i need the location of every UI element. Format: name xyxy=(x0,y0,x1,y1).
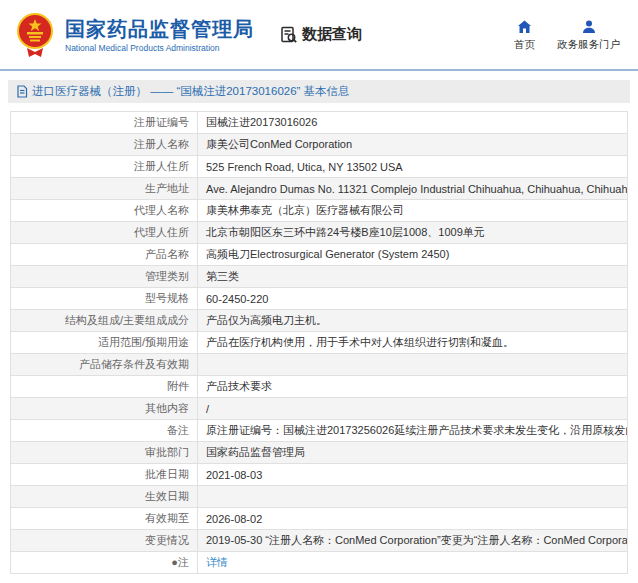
detail-link[interactable]: 详情 xyxy=(206,556,228,568)
row-value: / xyxy=(198,398,628,420)
table-row: ●注详情 xyxy=(11,552,628,574)
table-row: 有效期至2026-08-02 xyxy=(11,508,628,530)
row-value: 国家药品监督管理局 xyxy=(198,442,628,464)
table-row: 变更情况2019-05-30 “注册人名称：ConMed Corporation… xyxy=(11,530,628,552)
table-row: 结构及组成/主要组成成分产品仅为高频电刀主机。 xyxy=(11,310,628,332)
table-row: 注册人住所525 French Road, Utica, NY 13502 US… xyxy=(11,156,628,178)
table-row: 代理人住所北京市朝阳区东三环中路24号楼B座10层1008、1009单元 xyxy=(11,222,628,244)
row-value: 详情 xyxy=(198,552,628,574)
row-value: 康美公司ConMed Corporation xyxy=(198,134,628,156)
nav-data-query[interactable]: 数据查询 xyxy=(280,25,362,44)
row-value: 北京市朝阳区东三环中路24号楼B座10层1008、1009单元 xyxy=(198,222,628,244)
nav-home-label: 首页 xyxy=(514,38,535,52)
row-value: 产品技术要求 xyxy=(198,376,628,398)
agency-subtitle: National Medical Products Administration xyxy=(65,43,254,53)
row-label: 注册证编号 xyxy=(11,112,198,134)
row-label: 审批部门 xyxy=(11,442,198,464)
breadcrumb-text: 进口医疗器械（注册） —— “国械注进20173016026” 基本信息 xyxy=(32,84,350,99)
table-row: 批准日期2021-08-03 xyxy=(11,464,628,486)
row-value: 高频电刀Electrosurgical Generator (System 24… xyxy=(198,244,628,266)
row-value: 2026-08-02 xyxy=(198,508,628,530)
table-row: 其他内容/ xyxy=(11,398,628,420)
row-value: 2019-05-30 “注册人名称：ConMed Corporation”变更为… xyxy=(198,530,628,552)
nav-gov-portal-label: 政务服务门户 xyxy=(557,38,620,52)
row-value: 产品在医疗机构使用，用于手术中对人体组织进行切割和凝血。 xyxy=(198,332,628,354)
site-header: 国家药品监督管理局 National Medical Products Admi… xyxy=(0,0,638,71)
table-row: 注册人名称康美公司ConMed Corporation xyxy=(11,134,628,156)
brand-text: 国家药品监督管理局 National Medical Products Admi… xyxy=(65,17,254,53)
table-row: 附件产品技术要求 xyxy=(11,376,628,398)
row-label: 其他内容 xyxy=(11,398,198,420)
row-label: 有效期至 xyxy=(11,508,198,530)
table-row: 适用范围/预期用途产品在医疗机构使用，用于手术中对人体组织进行切割和凝血。 xyxy=(11,332,628,354)
row-value: 第三类 xyxy=(198,266,628,288)
row-label: 产品储存条件及有效期 xyxy=(11,354,198,376)
agency-title: 国家药品监督管理局 xyxy=(65,17,254,41)
table-row: 型号规格60-2450-220 xyxy=(11,288,628,310)
user-icon xyxy=(582,18,596,34)
row-label: 批准日期 xyxy=(11,464,198,486)
row-value: 国械注进20173016026 xyxy=(198,112,628,134)
row-label: 代理人名称 xyxy=(11,200,198,222)
row-value: 康美林弗泰克（北京）医疗器械有限公司 xyxy=(198,200,628,222)
row-value: 2021-08-03 xyxy=(198,464,628,486)
row-value: Ave. Alejandro Dumas No. 11321 Complejo … xyxy=(198,178,628,200)
data-query-label: 数据查询 xyxy=(302,25,362,44)
row-value: 525 French Road, Utica, NY 13502 USA xyxy=(198,156,628,178)
row-label: 产品名称 xyxy=(11,244,198,266)
table-row: 生效日期 xyxy=(11,486,628,508)
nmpa-emblem-logo xyxy=(14,10,56,60)
table-row: 管理类别第三类 xyxy=(11,266,628,288)
row-label: ●注 xyxy=(11,552,198,574)
document-icon xyxy=(16,85,28,98)
row-label: 管理类别 xyxy=(11,266,198,288)
nav-gov-portal[interactable]: 政务服务门户 xyxy=(557,18,620,52)
table-row: 备注原注册证编号：国械注进20173256026延续注册产品技术要求未发生变化，… xyxy=(11,420,628,442)
row-value xyxy=(198,354,628,376)
data-query-icon xyxy=(280,26,298,44)
table-row: 生产地址Ave. Alejandro Dumas No. 11321 Compl… xyxy=(11,178,628,200)
row-label: 适用范围/预期用途 xyxy=(11,332,198,354)
table-row: 注册证编号国械注进20173016026 xyxy=(11,112,628,134)
header-right-nav: 首页 政务服务门户 xyxy=(514,18,620,52)
brand: 国家药品监督管理局 National Medical Products Admi… xyxy=(14,10,254,60)
row-label: 生效日期 xyxy=(11,486,198,508)
table-row: 代理人名称康美林弗泰克（北京）医疗器械有限公司 xyxy=(11,200,628,222)
table-row: 审批部门国家药品监督管理局 xyxy=(11,442,628,464)
row-label: 注册人名称 xyxy=(11,134,198,156)
row-value: 原注册证编号：国械注进20173256026延续注册产品技术要求未发生变化，沿用… xyxy=(198,420,628,442)
row-value xyxy=(198,486,628,508)
row-label: 附件 xyxy=(11,376,198,398)
table-row: 产品储存条件及有效期 xyxy=(11,354,628,376)
row-value: 60-2450-220 xyxy=(198,288,628,310)
registration-info-table: 注册证编号国械注进20173016026注册人名称康美公司ConMed Corp… xyxy=(10,111,628,574)
row-value: 产品仅为高频电刀主机。 xyxy=(198,310,628,332)
nav-home[interactable]: 首页 xyxy=(514,18,535,52)
row-label: 注册人住所 xyxy=(11,156,198,178)
breadcrumb: 进口医疗器械（注册） —— “国械注进20173016026” 基本信息 xyxy=(8,80,630,103)
home-icon xyxy=(517,18,532,34)
table-row: 产品名称高频电刀Electrosurgical Generator (Syste… xyxy=(11,244,628,266)
row-label: 代理人住所 xyxy=(11,222,198,244)
row-label: 变更情况 xyxy=(11,530,198,552)
row-label: 型号规格 xyxy=(11,288,198,310)
row-label: 结构及组成/主要组成成分 xyxy=(11,310,198,332)
row-label: 生产地址 xyxy=(11,178,198,200)
row-label: 备注 xyxy=(11,420,198,442)
page: 国家药品监督管理局 National Medical Products Admi… xyxy=(0,0,638,583)
